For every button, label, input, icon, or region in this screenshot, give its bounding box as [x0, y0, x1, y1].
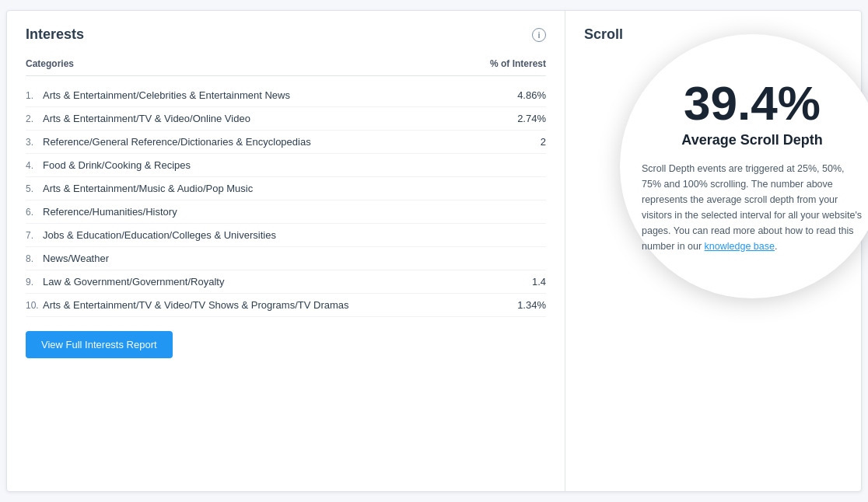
row-category-name: Reference/Humanities/History: [43, 206, 177, 218]
interests-title: Interests: [26, 26, 84, 43]
table-row: 5. Arts & Entertainment/Music & Audio/Po…: [26, 177, 546, 200]
row-category-name: News/Weather: [43, 253, 109, 264]
table-row: 8. News/Weather: [26, 247, 546, 270]
interests-table-body: 1. Arts & Entertainment/Celebrities & En…: [26, 84, 546, 317]
scroll-panel: Scroll 39.4% Average Scroll Depth Scroll…: [565, 11, 861, 491]
interests-panel: Interests i Categories % of Interest 1. …: [7, 11, 565, 491]
row-number: 8.: [26, 253, 43, 264]
row-percent: 1.4: [499, 276, 546, 288]
table-row: 10. Arts & Entertainment/TV & Video/TV S…: [26, 294, 546, 317]
row-number: 6.: [26, 207, 43, 218]
table-row: 2. Arts & Entertainment/TV & Video/Onlin…: [26, 107, 546, 131]
row-category-name: Jobs & Education/Education/Colleges & Un…: [43, 229, 276, 241]
row-number: 10.: [26, 300, 43, 311]
row-number: 7.: [26, 230, 43, 241]
row-number: 3.: [26, 137, 43, 148]
average-scroll-depth-value: 39.4%: [684, 79, 821, 127]
scroll-depth-circle: 39.4% Average Scroll Depth Scroll Depth …: [620, 34, 868, 298]
interests-info-icon[interactable]: i: [532, 28, 546, 42]
table-row: 6. Reference/Humanities/History: [26, 200, 546, 224]
table-row: 4. Food & Drink/Cooking & Recipes: [26, 154, 546, 177]
view-full-interests-report-button[interactable]: View Full Interests Report: [26, 331, 173, 358]
row-category-name: Arts & Entertainment/TV & Video/TV Shows…: [43, 299, 349, 311]
row-category-name: Arts & Entertainment/Music & Audio/Pop M…: [43, 183, 253, 194]
row-category-name: Food & Drink/Cooking & Recipes: [43, 159, 191, 171]
row-number: 1.: [26, 90, 43, 101]
row-category-name: Arts & Entertainment/Celebrities & Enter…: [43, 89, 290, 101]
row-number: 5.: [26, 183, 43, 194]
row-number: 4.: [26, 160, 43, 171]
row-category-name: Law & Government/Government/Royalty: [43, 276, 224, 288]
table-row: 9. Law & Government/Government/Royalty 1…: [26, 270, 546, 294]
table-row: 1. Arts & Entertainment/Celebrities & En…: [26, 84, 546, 107]
table-header: Categories % of Interest: [26, 58, 546, 76]
scroll-depth-description: Scroll Depth events are triggered at 25%…: [642, 161, 863, 254]
description-text-2: .: [775, 241, 777, 252]
row-percent: 1.34%: [499, 299, 546, 311]
table-row: 3. Reference/General Reference/Dictionar…: [26, 131, 546, 154]
row-category-name: Reference/General Reference/Dictionaries…: [43, 136, 311, 148]
average-scroll-depth-label: Average Scroll Depth: [681, 132, 822, 148]
interests-panel-header: Interests i: [26, 26, 546, 43]
row-number: 9.: [26, 277, 43, 288]
knowledge-base-link[interactable]: knowledge base: [705, 241, 775, 252]
main-container: Interests i Categories % of Interest 1. …: [6, 10, 862, 492]
row-number: 2.: [26, 113, 43, 124]
col-percent-header: % of Interest: [476, 58, 546, 69]
table-row: 7. Jobs & Education/Education/Colleges &…: [26, 224, 546, 247]
description-text-1: Scroll Depth events are triggered at 25%…: [642, 163, 862, 252]
row-category-name: Arts & Entertainment/TV & Video/Online V…: [43, 113, 250, 124]
col-category-header: Categories: [26, 58, 476, 69]
row-percent: 4.86%: [499, 89, 546, 101]
row-percent: 2: [499, 136, 546, 148]
row-percent: 2.74%: [499, 113, 546, 124]
